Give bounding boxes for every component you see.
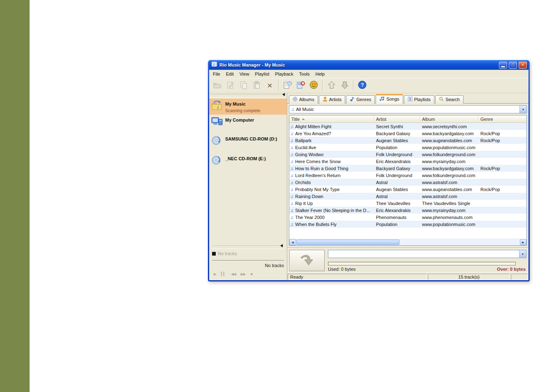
download-arrow-icon [341,81,349,91]
track-count: 15 track(s) [428,274,510,280]
rio-app-icon: ♪ [211,61,218,69]
music-note-icon: ♫ [290,173,293,178]
genre-icon [350,97,355,102]
horizontal-scrollbar[interactable]: ◀ ▶ [289,239,526,245]
scrollbar-thumb[interactable] [296,240,399,245]
album-icon [293,97,298,102]
music-note-icon: ♫ [290,222,293,227]
device-combobox[interactable]: ▼ [328,250,526,258]
menu-playlist[interactable]: Playlist [252,71,272,77]
help-button[interactable]: ? [356,80,369,92]
sidebar-item-label: SAMSUNG CD-ROM (D:) [225,135,277,142]
window-body: File Edit View Playlist Playback Tools H… [209,70,528,280]
sidebar: ♪ My Music Scanning complete. My Compute… [209,93,287,280]
pause-button[interactable]: ▎▎ [221,272,226,276]
music-note-icon: ♫ [290,166,293,171]
paste-button[interactable] [250,80,263,92]
edit-button[interactable] [224,80,237,92]
table-row[interactable]: ♫When the Bullets FlyPopulationwww.popul… [289,221,526,228]
import-button[interactable] [211,80,224,92]
table-row[interactable]: ♫The Year 2000Phenomenautswww.phenomenau… [289,214,526,221]
table-row[interactable]: ♫Lord Redteen's ReturnFolk Undergroundww… [289,172,526,179]
column-header-artist[interactable]: Artist [374,115,420,122]
sidebar-collapse-strip[interactable] [210,94,286,98]
sidebar-item-label: _NEC CD-ROM (E:) [225,155,266,161]
table-row[interactable]: ♫BallparkAugean Stableswww.augeanstables… [289,137,526,144]
edit-tags-button[interactable]: ✱ [294,80,307,92]
tab-songs[interactable]: Songs [376,94,403,104]
table-row[interactable]: ♫Euclid AvePopulationwww.populationmusic… [289,144,526,151]
table-row[interactable]: ♫Raining DownAstralwww.astralsf.com [289,193,526,200]
collapse-arrow-icon [282,93,285,96]
transfer-button[interactable] [289,250,325,271]
sidebar-item-my-music[interactable]: ♪ My Music Scanning complete. [209,99,287,115]
chevron-down-icon: ▼ [522,108,525,111]
forward-button[interactable]: ▶▶ [241,272,246,276]
delete-button[interactable]: ✕ [263,80,276,92]
menu-playback[interactable]: Playback [272,71,296,77]
svg-text:♪: ♪ [217,104,219,110]
upload-button[interactable] [325,80,338,92]
table-row[interactable]: ♫Rip It UpThee VaudevillesThee Vaudevill… [289,200,526,207]
stop-button[interactable]: ■ [250,272,252,276]
column-header-title[interactable]: Title [289,115,374,122]
tab-albums[interactable]: Albums [289,95,318,104]
table-row[interactable]: ♫Are You Amazed?Backyard Galaxywww.backy… [289,130,526,137]
title-bar[interactable]: ♪ Rio Music Manager - My Music ▬ □ ✕ [209,60,528,70]
filter-value: All Music [296,107,314,112]
minimize-button[interactable]: ▬ [499,62,507,69]
music-note-icon: ♫ [290,208,293,213]
rewind-button[interactable]: ◀◀ [231,272,236,276]
scrollbar-track[interactable] [296,239,520,245]
sidebar-item-my-computer[interactable]: My Computer [209,115,287,128]
sidebar-item-nec-cdrom[interactable]: _NEC CD-ROM (E:) [209,153,287,167]
download-button[interactable] [338,80,351,92]
menu-file[interactable]: File [210,71,223,77]
music-note-icon: ♫ [290,152,293,157]
delete-icon: ✕ [267,83,272,89]
table-row[interactable]: ♫Alight Mitten FightSecret Synthiwww.sec… [289,123,526,130]
svg-text:?: ? [361,82,364,88]
filter-dropdown-button[interactable]: ▼ [519,106,526,113]
sidebar-item-samsung-cdrom[interactable]: SAMSUNG CD-ROM (D:) [209,134,287,148]
table-header: Title Artist Album Genre [289,115,526,123]
device-dropdown-button[interactable]: ▼ [519,250,526,258]
properties-button[interactable] [281,80,294,92]
table-row[interactable]: ♫Stalker Fever (No Sleeping in the D...E… [289,207,526,214]
player-collapse-strip[interactable] [212,245,284,249]
seek-slider[interactable] [212,260,284,261]
maximize-button[interactable]: □ [509,62,517,69]
tab-playlists[interactable]: Playlists [404,95,434,104]
left-stripe [0,0,30,392]
rio-smiley-button[interactable] [307,80,320,92]
music-filter-combobox[interactable]: ♫ All Music ▼ [289,105,527,113]
music-note-icon: ♫ [290,145,293,150]
close-button[interactable]: ✕ [519,62,527,69]
play-button[interactable]: ▶ [214,272,216,276]
table-row[interactable]: ♫Going WodwoFolk Undergroundwww.folkunde… [289,151,526,158]
tab-label: Genres [356,97,371,102]
tab-genres[interactable]: Genres [346,95,375,104]
scroll-left-button[interactable]: ◀ [289,239,296,245]
menu-view[interactable]: View [237,71,252,77]
music-note-icon: ♫ [290,187,293,192]
table-row[interactable]: ♫Probably Not My TypeAugean Stableswww.a… [289,186,526,193]
copy-icon [240,81,248,91]
playlist-icon [408,97,413,102]
menu-help[interactable]: Help [313,71,328,77]
tab-search[interactable]: Search [435,95,464,104]
copy-button[interactable] [237,80,250,92]
transfer-panel: ▼ Used: 0 bytes Over: 0 bytes [287,248,528,272]
table-row[interactable]: ♫Here Comes the SnowEric Alexandrakiswww… [289,158,526,165]
chevron-left-icon: ◀ [291,241,293,244]
edit-tags-icon: ✱ [296,81,305,91]
table-row[interactable]: ♫How to Ruin a Good ThingBackyard Galaxy… [289,165,526,172]
scroll-right-button[interactable]: ▶ [520,239,526,245]
table-row[interactable]: ♫OrchidsAstralwww.astralsf.com [289,179,526,186]
column-header-genre[interactable]: Genre [478,115,526,122]
tab-artists[interactable]: Artists [319,95,346,104]
menu-edit[interactable]: Edit [223,71,237,77]
column-header-album[interactable]: Album [420,115,478,122]
menu-tools[interactable]: Tools [296,71,313,77]
song-table: Title Artist Album Genre ♫Alight Mitten … [289,115,527,246]
